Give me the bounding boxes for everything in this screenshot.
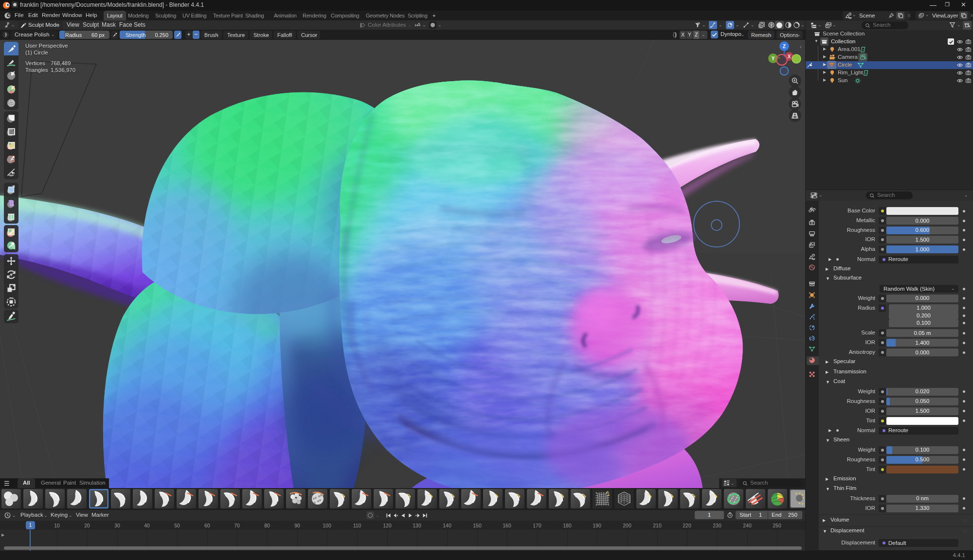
svg-text:Y: Y [772, 56, 775, 61]
svg-text:Z: Z [783, 44, 786, 49]
svg-text:X: X [788, 54, 791, 59]
